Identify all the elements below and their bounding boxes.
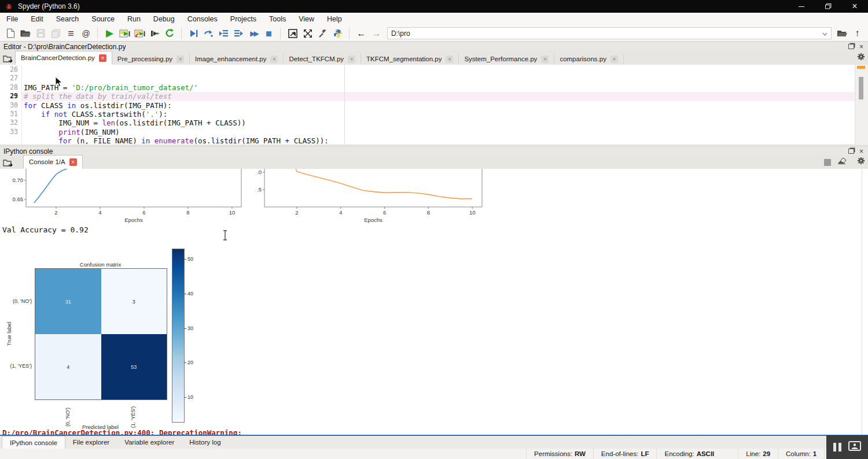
- pause-icon[interactable]: [833, 443, 841, 451]
- menu-file[interactable]: File: [0, 13, 24, 25]
- run-cell-advance-button[interactable]: [134, 27, 146, 39]
- chevron-down-icon[interactable]: [822, 29, 827, 38]
- step-over-button[interactable]: [203, 27, 215, 39]
- close-window-button[interactable]: ×: [841, 0, 868, 13]
- code-line-29[interactable]: 29# split the data by train/val/test: [0, 92, 855, 101]
- editor-tab-BrainCancerDetection.py[interactable]: BrainCancerDetection.py×: [15, 51, 112, 65]
- code-line-next[interactable]: for (n, FILE_NAME) in enumerate(os.listd…: [0, 136, 855, 144]
- minimize-button[interactable]: [788, 0, 815, 13]
- menu-run[interactable]: Run: [121, 13, 147, 25]
- undock-icon[interactable]: [848, 44, 854, 49]
- editor-tab-Detect_TKFCM.py[interactable]: Detect_TKFCM.py×: [284, 53, 361, 65]
- parent-directory-button[interactable]: ↑: [851, 27, 863, 39]
- close-pane-icon[interactable]: ×: [859, 148, 863, 155]
- file-switcher-button[interactable]: ≡: [65, 27, 77, 39]
- cm-cell-0-1: 3: [101, 269, 167, 334]
- continue-execution-button[interactable]: ▶▶: [248, 27, 260, 39]
- eraser-icon: [837, 157, 847, 164]
- code-line-28[interactable]: 28IMG_PATH = 'D:/pro/brain_tumor_dataset…: [0, 83, 855, 92]
- editor-tab-Pre_processing.py[interactable]: Pre_processing.py×: [112, 53, 190, 65]
- back-button[interactable]: ←: [355, 27, 367, 39]
- editor-options-button[interactable]: [857, 53, 865, 63]
- menu-debug[interactable]: Debug: [147, 13, 181, 25]
- status-bar: Permissions:RWEnd-of-lines:LFEncoding:AS…: [0, 449, 868, 459]
- snapshot-icon[interactable]: [848, 441, 861, 453]
- step-into-button[interactable]: [218, 27, 230, 39]
- restore-button[interactable]: [815, 0, 841, 13]
- editor-scrollbar[interactable]: [855, 65, 868, 144]
- code-text: print(IMG_NUM): [21, 128, 855, 136]
- close-tab-icon[interactable]: ×: [176, 55, 184, 63]
- close-pane-icon[interactable]: ×: [859, 43, 863, 50]
- bottom-tab-ipython-console[interactable]: IPython console: [2, 436, 65, 449]
- browse-tabs-button[interactable]: [0, 53, 15, 65]
- close-tab-icon[interactable]: ×: [541, 55, 549, 63]
- status-permissions: Permissions:RW: [526, 449, 593, 459]
- interrupt-kernel-icon[interactable]: [824, 159, 831, 166]
- code-line-32[interactable]: 32 IMG_NUM = len(os.listdir(IMG_PATH + C…: [0, 119, 855, 127]
- browse-tabs-button[interactable]: [0, 157, 15, 169]
- code-line-26[interactable]: 26: [0, 65, 855, 74]
- run-cell-button[interactable]: [119, 27, 131, 39]
- bottom-tab-history-log[interactable]: History log: [182, 436, 228, 448]
- symbol-finder-button[interactable]: @: [80, 27, 92, 39]
- debug-file-button[interactable]: [187, 27, 200, 39]
- new-file-button[interactable]: [5, 27, 17, 39]
- editor-tab-Image_enhancement.py[interactable]: Image_enhancement.py×: [190, 53, 284, 65]
- editor-tab-comparisons.py[interactable]: comparisons.py×: [554, 53, 624, 65]
- menu-search[interactable]: Search: [50, 13, 86, 25]
- recorder-overlay[interactable]: [826, 435, 868, 459]
- browse-directory-button[interactable]: [836, 27, 848, 39]
- code-line-31[interactable]: 31 if not CLASS.startswith('.'):: [0, 110, 855, 119]
- undock-icon[interactable]: [848, 149, 854, 154]
- close-tab-icon[interactable]: ×: [446, 55, 453, 63]
- clear-console-button[interactable]: [837, 156, 847, 166]
- menu-consoles[interactable]: Consoles: [181, 13, 224, 25]
- bottom-tab-file-explorer[interactable]: File explorer: [65, 436, 117, 448]
- pythonpath-manager-button[interactable]: [332, 27, 344, 39]
- preferences-button[interactable]: [317, 27, 329, 39]
- save-button[interactable]: [35, 27, 47, 39]
- step-out-button[interactable]: [233, 27, 245, 39]
- menu-source[interactable]: Source: [85, 13, 121, 25]
- close-tab-icon[interactable]: ×: [69, 158, 77, 166]
- run-file-button[interactable]: ▶: [104, 27, 116, 39]
- working-directory-combobox[interactable]: D:\pro: [387, 27, 832, 39]
- line-number: 26: [0, 65, 21, 74]
- maximize-pane-button[interactable]: [286, 27, 299, 39]
- spyder-window: Spyder (Python 3.6) × FileEditSearchSour…: [0, 0, 868, 459]
- code-line-30[interactable]: 30for CLASS in os.listdir(IMG_PATH):: [0, 101, 855, 110]
- svg-text:10: 10: [229, 209, 236, 216]
- bottom-tab-variable-explorer[interactable]: Variable explorer: [117, 436, 182, 448]
- menu-help[interactable]: Help: [321, 13, 348, 25]
- console-scrollbar[interactable]: [862, 169, 862, 435]
- svg-text:Epochs: Epochs: [364, 217, 382, 223]
- close-tab-icon[interactable]: ×: [610, 55, 618, 63]
- run-selection-button[interactable]: [149, 27, 161, 39]
- svg-text:0.5: 0.5: [258, 186, 262, 193]
- close-tab-icon[interactable]: ×: [348, 55, 355, 63]
- menu-projects[interactable]: Projects: [224, 13, 263, 25]
- console-options-button[interactable]: [857, 157, 865, 167]
- menu-view[interactable]: View: [292, 13, 321, 25]
- close-tab-icon[interactable]: ×: [270, 55, 278, 63]
- step-out-icon: [234, 29, 244, 38]
- forward-button[interactable]: →: [370, 27, 382, 39]
- console-output[interactable]: 2468100.700.65Epochs 2468101.00.5Epochs …: [0, 169, 868, 436]
- close-tab-icon[interactable]: ×: [99, 54, 106, 62]
- open-file-button[interactable]: [20, 27, 32, 39]
- fullscreen-button[interactable]: [301, 27, 314, 39]
- code-editor[interactable]: 262728IMG_PATH = 'D:/pro/brain_tumor_dat…: [0, 65, 868, 144]
- code-line-27[interactable]: 27: [0, 74, 855, 83]
- title-bar[interactable]: Spyder (Python 3.6) ×: [0, 0, 868, 13]
- code-line-33[interactable]: 33 print(IMG_NUM): [0, 128, 855, 136]
- save-all-button[interactable]: [50, 27, 62, 39]
- stop-debug-button[interactable]: ■: [263, 27, 275, 39]
- menu-tools[interactable]: Tools: [263, 13, 292, 25]
- editor-tab-System_Performance.py[interactable]: System_Performance.py×: [459, 53, 554, 65]
- editor-scrollbar-thumb[interactable]: [859, 77, 863, 99]
- console-tab[interactable]: Console 1/A ×: [23, 155, 83, 169]
- menu-edit[interactable]: Edit: [24, 13, 50, 25]
- rerun-script-button[interactable]: [164, 27, 176, 39]
- editor-tab-TKFCM_segmentation.py[interactable]: TKFCM_segmentation.py×: [361, 53, 459, 65]
